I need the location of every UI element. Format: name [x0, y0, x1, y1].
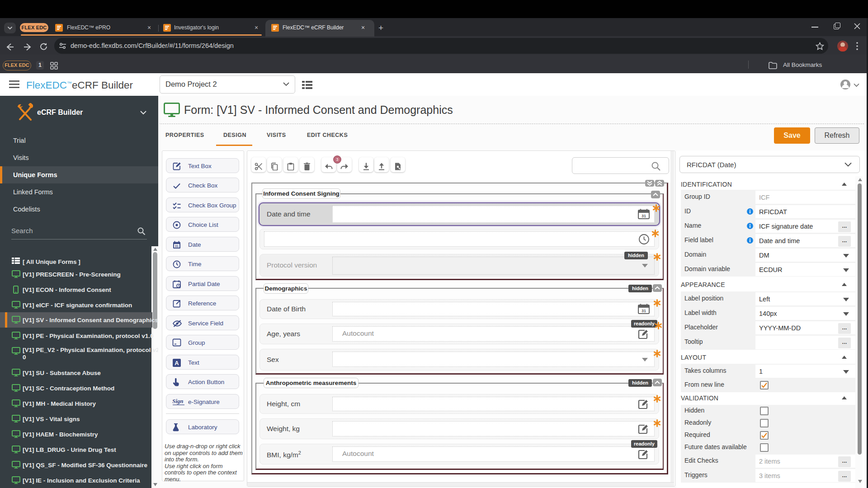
- svg-text:A: A: [175, 360, 179, 366]
- svg-text:31: 31: [175, 244, 179, 248]
- svg-text:31: 31: [642, 214, 646, 218]
- svg-text:31: 31: [642, 309, 646, 313]
- svg-text:Sign: Sign: [172, 398, 184, 404]
